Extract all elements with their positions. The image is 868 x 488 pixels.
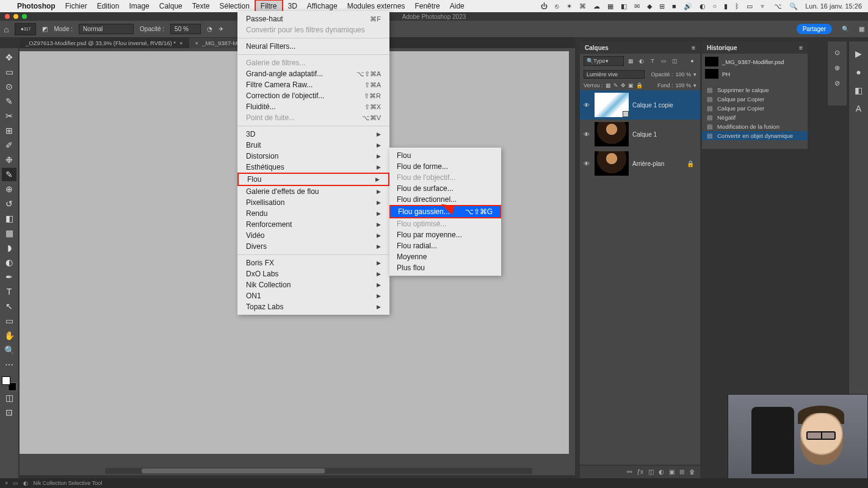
home-icon[interactable]: ⌂ [4, 24, 9, 34]
color-swatches[interactable] [2, 376, 16, 391]
search-icon[interactable]: 🔍 [842, 26, 849, 32]
scrollbar-thumb[interactable] [142, 468, 325, 473]
eraser-tool-icon[interactable]: ◧ [2, 212, 16, 225]
blend-mode-select[interactable]: Lumière vive [584, 70, 645, 79]
filter-toggle-icon[interactable]: ● [688, 57, 696, 65]
minimize-window-icon[interactable] [13, 14, 18, 19]
visibility-eye-icon[interactable]: 👁 [582, 160, 591, 167]
submenu-item[interactable]: Flou par moyenne... [389, 229, 501, 240]
menu-selection[interactable]: Sélection [214, 1, 254, 12]
layer-thumbnail[interactable] [595, 122, 629, 146]
layer-thumbnail[interactable] [595, 93, 629, 117]
status-icon[interactable]: ⊞ [659, 2, 665, 10]
fill-value[interactable]: 100 % [675, 82, 691, 88]
history-step[interactable]: ▤Modification de la fusion [702, 122, 808, 131]
menu-edition[interactable]: Edition [92, 1, 125, 12]
frame-tool-icon[interactable]: ⊞ [2, 124, 16, 137]
layers-panel-tab[interactable]: Calques≡ [580, 41, 700, 54]
status-icon[interactable]: ○ [713, 2, 717, 10]
mode-select[interactable]: Normal [79, 24, 134, 34]
blend-icon[interactable]: ◩ [42, 26, 48, 32]
menu-item[interactable]: Boris FX▶ [237, 257, 389, 268]
eyedropper-tool-icon[interactable]: ✐ [2, 138, 16, 152]
nik-icon[interactable]: ◐ [23, 480, 28, 486]
history-snapshot[interactable]: _MG_9387-Modifier.psd [705, 56, 805, 68]
history-brush-tool-icon[interactable]: ↺ [2, 197, 16, 210]
lock-move-icon[interactable]: ✥ [621, 82, 626, 88]
doc-tab[interactable]: _OZ97613-Modifier.psd @ 33,9% (Flou inve… [20, 38, 189, 48]
info-icon[interactable]: ⊕ [834, 64, 840, 72]
opacity-select[interactable]: 50 % [170, 24, 201, 34]
menu-item[interactable]: Nik Collection▶ [237, 279, 389, 290]
brush-preset[interactable]: ●317 [15, 23, 36, 35]
layer-row[interactable]: 👁 Calque 1 [580, 120, 700, 149]
share-button[interactable]: Partager [797, 24, 832, 34]
status-icon[interactable]: ⎋ [555, 2, 559, 10]
heal-tool-icon[interactable]: ❉ [2, 153, 16, 167]
link-layers-icon[interactable]: ⚯ [627, 468, 632, 475]
shape-tool-icon[interactable]: ▭ [2, 314, 16, 328]
menu-fichier[interactable]: Fichier [60, 1, 92, 12]
lock-icon[interactable]: 🔒 [636, 82, 643, 88]
horizontal-scrollbar[interactable] [105, 468, 532, 474]
submenu-item[interactable]: Plus flou [389, 262, 501, 273]
status-icon[interactable]: ✉ [634, 2, 640, 10]
status-icon[interactable]: ▦ [607, 2, 613, 10]
menu-texte[interactable]: Texte [187, 1, 215, 12]
marquee-tool-icon[interactable]: ▭ [2, 65, 16, 79]
visibility-eye-icon[interactable]: 👁 [582, 102, 591, 109]
wifi-icon[interactable]: ᯤ [760, 2, 767, 10]
menu-item[interactable]: Topaz Labs▶ [237, 301, 389, 312]
group-icon[interactable]: ▣ [669, 468, 675, 475]
type-tool-icon[interactable]: T [2, 285, 16, 298]
stamp-tool-icon[interactable]: ⊕ [2, 182, 16, 196]
ellipsis-icon[interactable]: ⋯ [2, 358, 16, 371]
layer-name[interactable]: Calque 1 copie [632, 102, 673, 109]
brush-tool-icon[interactable]: ✎ [2, 168, 16, 181]
lock-paint-icon[interactable]: ✎ [613, 82, 618, 88]
adjustment-icon[interactable]: ◐ [659, 468, 664, 475]
menu-item[interactable]: Correction de l'objectif...⇧⌘R [237, 90, 389, 101]
status-min-icon[interactable]: ▭ [13, 480, 18, 486]
mask-icon[interactable]: ◫ [648, 468, 654, 475]
menu-item[interactable]: Bruit▶ [237, 140, 389, 151]
workspace-icon[interactable]: ▦ [859, 26, 864, 32]
close-tab-icon[interactable]: × [195, 40, 199, 46]
control-center-icon[interactable]: ⌥ [774, 2, 782, 10]
fx-icon[interactable]: ƒx [637, 468, 643, 475]
status-icon[interactable]: ■ [672, 2, 676, 10]
menu-item[interactable]: Renforcement▶ [237, 219, 389, 230]
menu-item[interactable]: Esthétiques▶ [237, 162, 389, 173]
menu-modules[interactable]: Modules externes [342, 1, 410, 12]
gradient-tool-icon[interactable]: ▦ [2, 226, 16, 240]
path-tool-icon[interactable]: ↖ [2, 300, 16, 313]
menu-3d[interactable]: 3D [283, 1, 302, 12]
history-panel-tab[interactable]: Historique≡ [702, 41, 808, 54]
menu-item[interactable]: Neural Filters... [237, 41, 389, 52]
filter-adjust-icon[interactable]: ◐ [637, 57, 646, 65]
fg-color-swatch[interactable] [2, 376, 10, 385]
bluetooth-icon[interactable]: ᛒ [735, 2, 739, 10]
play-icon[interactable]: ▶ [853, 49, 864, 60]
layer-row[interactable]: 👁 Arrière-plan 🔒 [580, 149, 700, 178]
menu-item[interactable]: Flou▶ [237, 173, 389, 186]
menu-item[interactable]: Grand-angle adaptatif...⌥⇧⌘A [237, 68, 389, 79]
menu-fenetre[interactable]: Fenêtre [410, 1, 444, 12]
menu-item[interactable]: Fluidité...⇧⌘X [237, 101, 389, 112]
menu-calque[interactable]: Calque [154, 1, 187, 12]
move-tool-icon[interactable]: ✥ [2, 51, 16, 64]
history-step[interactable]: ▤Calque par Copier [702, 95, 808, 104]
flag-icon[interactable]: ▮ [724, 2, 728, 10]
menu-item[interactable]: Galerie d'effets de flou▶ [237, 186, 389, 197]
menu-affichage[interactable]: Affichage [302, 1, 342, 12]
status-icon[interactable]: 🔊 [684, 2, 692, 10]
history-step[interactable]: ▤Calque par Copier [702, 104, 808, 113]
screenmode-icon[interactable]: ⊡ [2, 406, 16, 419]
submenu-item[interactable]: Flou de surface... [389, 183, 501, 194]
opacity-value[interactable]: 100 % [675, 71, 691, 77]
layer-filter-type[interactable]: 🔍 Type ▾ [584, 56, 624, 66]
filter-pixel-icon[interactable]: ▦ [626, 57, 635, 65]
filter-shape-icon[interactable]: ▭ [659, 57, 668, 65]
menu-app-name[interactable]: Photoshop [12, 2, 60, 10]
filter-type-icon[interactable]: T [648, 57, 657, 65]
